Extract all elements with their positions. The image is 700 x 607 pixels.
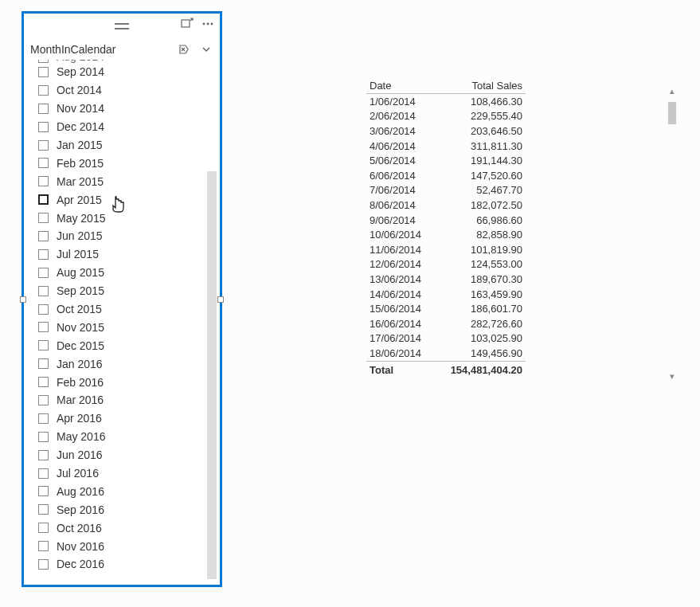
cell-sales: 147,520.60 bbox=[434, 168, 526, 183]
slicer-drag-bar[interactable] bbox=[24, 14, 220, 39]
slicer-item[interactable]: Dec 2015 bbox=[38, 336, 220, 354]
slicer-item[interactable]: Apr 2016 bbox=[38, 409, 220, 428]
scroll-thumb[interactable] bbox=[668, 102, 676, 124]
slicer-item[interactable]: Feb 2016 bbox=[38, 373, 220, 391]
table-row[interactable]: 15/06/2014186,601.70 bbox=[366, 301, 526, 316]
slicer-item[interactable]: Mar 2015 bbox=[38, 172, 220, 190]
table-visual[interactable]: Date Total Sales 1/06/2014108,466.302/06… bbox=[366, 78, 677, 397]
table-row[interactable]: 17/06/2014103,025.90 bbox=[366, 331, 526, 347]
column-header-total-sales[interactable]: Total Sales bbox=[434, 78, 526, 94]
scroll-up-icon[interactable]: ▴ bbox=[667, 86, 677, 96]
table-row[interactable]: 4/06/2014311,811.30 bbox=[366, 139, 526, 154]
slicer-item[interactable]: Feb 2015 bbox=[38, 154, 220, 172]
slicer-checkbox[interactable] bbox=[38, 249, 49, 260]
table-row[interactable]: 8/06/2014182,072.50 bbox=[366, 198, 526, 213]
slicer-item[interactable]: Mar 2016 bbox=[38, 391, 220, 409]
slicer-checkbox[interactable] bbox=[38, 286, 49, 296]
slicer-checkbox[interactable] bbox=[38, 304, 49, 315]
slicer-list: Aug 2014Sep 2014Oct 2014Nov 2014Dec 2014… bbox=[24, 60, 220, 574]
slicer-item[interactable]: Oct 2014 bbox=[38, 81, 220, 100]
slicer-item[interactable]: Dec 2014 bbox=[38, 118, 220, 136]
table-row[interactable]: 3/06/2014203,646.50 bbox=[366, 123, 526, 139]
slicer-monthincalendar[interactable]: MonthInCalendar Aug 2014Sep 2014Oct 2014… bbox=[22, 11, 222, 587]
slicer-item-label: Jun 2015 bbox=[57, 229, 103, 242]
slicer-item[interactable]: Nov 2016 bbox=[38, 537, 220, 555]
slicer-item[interactable]: May 2016 bbox=[38, 428, 220, 446]
focus-mode-icon[interactable] bbox=[180, 17, 194, 31]
slicer-checkbox[interactable] bbox=[38, 104, 49, 114]
table-row[interactable]: 14/06/2014163,459.90 bbox=[366, 287, 526, 302]
slicer-item[interactable]: Oct 2015 bbox=[38, 300, 220, 319]
slicer-item-label: Oct 2016 bbox=[57, 522, 102, 535]
table-row[interactable]: 11/06/2014101,819.90 bbox=[366, 242, 526, 257]
slicer-item[interactable]: Jan 2016 bbox=[38, 354, 220, 373]
resize-handle-left[interactable] bbox=[20, 296, 26, 303]
slicer-item[interactable]: May 2015 bbox=[38, 209, 220, 227]
slicer-checkbox[interactable] bbox=[38, 85, 49, 96]
slicer-checkbox[interactable] bbox=[38, 322, 49, 332]
slicer-checkbox[interactable] bbox=[38, 268, 49, 278]
table-row[interactable]: 13/06/2014189,670.30 bbox=[366, 272, 526, 287]
slicer-checkbox[interactable] bbox=[38, 432, 49, 442]
slicer-item[interactable]: Oct 2016 bbox=[38, 519, 220, 537]
slicer-checkbox[interactable] bbox=[38, 468, 49, 479]
slicer-checkbox[interactable] bbox=[38, 213, 49, 223]
slicer-checkbox[interactable] bbox=[38, 413, 49, 424]
slicer-item[interactable]: Jan 2015 bbox=[38, 136, 220, 155]
slicer-item[interactable]: Nov 2015 bbox=[38, 318, 220, 336]
slicer-checkbox[interactable] bbox=[38, 395, 49, 405]
table-row[interactable]: 6/06/2014147,520.60 bbox=[366, 168, 526, 183]
slicer-item[interactable]: Sep 2014 bbox=[38, 63, 220, 81]
slicer-checkbox[interactable] bbox=[38, 541, 49, 551]
resize-handle-right[interactable] bbox=[217, 296, 224, 303]
slicer-item[interactable]: Sep 2015 bbox=[38, 282, 220, 300]
table-row[interactable]: 16/06/2014282,726.60 bbox=[366, 316, 526, 331]
table-scrollbar[interactable]: ▴ ▾ bbox=[667, 86, 677, 381]
slicer-item[interactable]: Sep 2016 bbox=[38, 500, 220, 519]
slicer-checkbox[interactable] bbox=[38, 523, 49, 533]
slicer-checkbox[interactable] bbox=[38, 486, 49, 496]
slicer-checkbox[interactable] bbox=[38, 358, 49, 369]
table-row[interactable]: 9/06/201466,986.60 bbox=[366, 213, 526, 228]
slicer-checkbox[interactable] bbox=[38, 158, 49, 168]
slicer-item[interactable]: Jun 2016 bbox=[38, 446, 220, 464]
slicer-item[interactable]: Apr 2015 bbox=[38, 190, 220, 209]
slicer-checkbox[interactable] bbox=[38, 140, 49, 151]
slicer-checkbox[interactable] bbox=[38, 504, 49, 515]
slicer-item-label: Oct 2014 bbox=[57, 84, 102, 96]
cell-sales: 149,456.90 bbox=[434, 346, 526, 361]
slicer-checkbox[interactable] bbox=[38, 340, 49, 350]
clear-selections-icon[interactable] bbox=[177, 42, 191, 57]
slicer-checkbox[interactable] bbox=[38, 122, 49, 132]
more-options-icon[interactable] bbox=[201, 17, 215, 31]
slicer-item-label: Mar 2015 bbox=[57, 175, 104, 188]
slicer-item[interactable]: Jun 2015 bbox=[38, 227, 220, 245]
slicer-checkbox[interactable] bbox=[38, 450, 49, 460]
slicer-scrollbar[interactable] bbox=[207, 171, 217, 579]
scroll-down-icon[interactable]: ▾ bbox=[667, 371, 677, 381]
table-row[interactable]: 1/06/2014108,466.30 bbox=[366, 94, 526, 109]
slicer-checkbox[interactable] bbox=[38, 194, 49, 205]
slicer-checkbox[interactable] bbox=[38, 67, 49, 77]
table-row[interactable]: 5/06/2014191,144.30 bbox=[366, 153, 526, 168]
table-row[interactable]: 7/06/201452,467.70 bbox=[366, 183, 526, 198]
chevron-down-icon[interactable] bbox=[199, 42, 213, 57]
cell-date: 10/06/2014 bbox=[366, 227, 434, 242]
table-row[interactable]: 10/06/201482,858.90 bbox=[366, 227, 526, 242]
table-row[interactable]: 12/06/2014124,553.00 bbox=[366, 257, 526, 272]
slicer-item[interactable]: Jul 2016 bbox=[38, 464, 220, 483]
table-row[interactable]: 18/06/2014149,456.90 bbox=[366, 346, 526, 361]
slicer-checkbox[interactable] bbox=[38, 176, 49, 186]
slicer-item[interactable]: Dec 2016 bbox=[38, 555, 220, 574]
slicer-checkbox[interactable] bbox=[38, 377, 49, 387]
column-header-date[interactable]: Date bbox=[366, 78, 434, 94]
slicer-checkbox[interactable] bbox=[38, 231, 49, 241]
slicer-checkbox[interactable] bbox=[38, 60, 49, 63]
slicer-item[interactable]: Aug 2015 bbox=[38, 264, 220, 282]
slicer-item-label: Jul 2016 bbox=[57, 467, 99, 480]
table-row[interactable]: 2/06/2014229,555.40 bbox=[366, 109, 526, 124]
slicer-item[interactable]: Nov 2014 bbox=[38, 100, 220, 118]
slicer-item[interactable]: Jul 2015 bbox=[38, 245, 220, 264]
slicer-item[interactable]: Aug 2016 bbox=[38, 482, 220, 500]
slicer-checkbox[interactable] bbox=[38, 559, 49, 570]
